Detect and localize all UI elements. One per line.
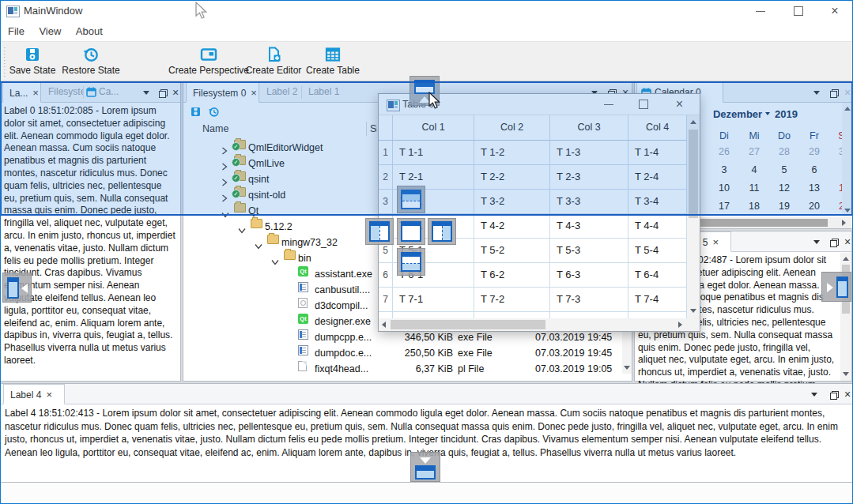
tab-label2[interactable]: Label 2 (260, 82, 301, 103)
scrollbar-thumb[interactable] (689, 130, 698, 218)
table-cell[interactable]: T 1-1 (393, 141, 474, 165)
panel-float-button[interactable] (826, 85, 840, 100)
calendar-date[interactable]: 29 (799, 143, 829, 161)
panel-close-button[interactable]: × (169, 85, 182, 100)
column-divider[interactable] (366, 122, 367, 136)
menu-about[interactable]: About (76, 22, 103, 41)
calendar-date[interactable]: 20 (799, 197, 829, 216)
scroll-left-icon[interactable] (382, 322, 386, 328)
save-icon[interactable] (190, 106, 202, 118)
tab-label0[interactable]: La...× (2, 82, 41, 103)
close-button[interactable]: × (661, 94, 698, 115)
scroll-up-icon[interactable] (844, 107, 851, 111)
menu-view[interactable]: View (39, 22, 61, 41)
tree-item[interactable]: dumpcpp.e...346,50 KiBexe File07.03.2019… (184, 329, 621, 345)
table-vscrollbar[interactable] (687, 115, 700, 318)
panel-menu-button[interactable] (810, 235, 824, 249)
scrollbar-thumb[interactable] (391, 320, 545, 329)
panel-menu-button[interactable] (810, 85, 824, 100)
toolbar-drag-handle[interactable] (3, 47, 6, 77)
maximize-button[interactable] (626, 94, 661, 115)
panel-menu-button[interactable] (139, 85, 153, 100)
calendar-date[interactable]: 5 (769, 161, 799, 179)
tree-item[interactable]: fixqt4head...6,37 KiBpl File07.03.2019 1… (184, 361, 621, 377)
table-cell[interactable]: T 1-2 (474, 141, 550, 165)
create-table-button[interactable]: Create Table (305, 43, 360, 81)
table-cell[interactable]: T 7-1 (393, 288, 474, 312)
table-cell[interactable]: T 6-2 (474, 263, 550, 288)
table-cell[interactable]: T 5-2 (474, 239, 550, 263)
tab-close-icon[interactable]: × (46, 389, 52, 401)
calendar-date[interactable]: 17 (709, 197, 739, 216)
table-cell[interactable]: T 8-3 (550, 312, 628, 318)
calendar-date[interactable]: 12 (769, 179, 799, 197)
calendar-date[interactable]: 11 (739, 179, 769, 197)
tree-item[interactable]: dumpdoc.e...250,50 KiBexe File07.03.2019… (184, 345, 621, 361)
tab-close-icon[interactable]: × (251, 87, 257, 99)
table-cell[interactable]: T 7-3 (550, 288, 628, 312)
table-cell[interactable]: T 5-3 (550, 239, 628, 263)
calendar-date[interactable]: 19 (769, 197, 799, 216)
drop-indicator-left-edge[interactable] (2, 273, 32, 303)
tab-close-icon[interactable]: × (32, 87, 39, 99)
table-cell[interactable]: T 1-4 (628, 141, 687, 165)
calendar-date[interactable]: 3 (709, 161, 739, 179)
table-cell[interactable]: T 3-4 (628, 190, 687, 214)
calendar-month[interactable]: Dezember (713, 108, 762, 120)
calendar-date[interactable]: 13 (799, 179, 829, 197)
scroll-down-icon[interactable] (690, 309, 696, 313)
panel-float-button[interactable] (826, 235, 840, 249)
panel-close-button[interactable]: × (841, 235, 853, 249)
tab-close-icon[interactable]: × (712, 236, 719, 248)
table-cell[interactable]: T 8-4 (628, 312, 687, 318)
create-editor-button[interactable]: Create Editor (245, 43, 302, 81)
maximize-button[interactable] (781, 0, 816, 22)
scroll-right-icon[interactable] (678, 322, 682, 328)
table-cell[interactable]: T 7-4 (628, 288, 687, 312)
calendar-date[interactable]: 4 (739, 161, 769, 179)
scroll-up-icon[interactable] (690, 120, 696, 124)
drop-indicator-split-right[interactable] (428, 218, 456, 245)
restore-state-button[interactable]: Restore State (60, 43, 122, 81)
minimize-button[interactable] (743, 0, 778, 22)
tab-filesystem0[interactable]: Filesystem 0× (186, 82, 259, 103)
table-cell[interactable]: T 1-3 (550, 141, 628, 165)
panel-menu-button[interactable] (807, 387, 821, 401)
scroll-up-icon[interactable] (843, 257, 849, 261)
tab-label4[interactable]: Label 4× (3, 384, 65, 404)
calendar-date[interactable]: 27 (739, 143, 769, 161)
table-cell[interactable]: T 4-2 (474, 214, 550, 239)
table-column-header[interactable]: Col 4 (628, 115, 687, 141)
table-cell[interactable]: T 4-4 (628, 214, 687, 239)
calendar-date[interactable]: 28 (769, 143, 799, 161)
calendar-date[interactable]: 10 (709, 179, 739, 197)
drop-indicator-right-edge[interactable] (821, 272, 851, 302)
calendar-date[interactable]: 6 (799, 161, 829, 179)
drop-indicator-center[interactable] (397, 218, 425, 245)
panel-float-button[interactable] (155, 85, 169, 100)
scroll-right-icon[interactable] (842, 220, 846, 226)
close-button[interactable]: × (817, 0, 852, 22)
calendar-date[interactable]: 18 (739, 197, 769, 216)
panel-close-button[interactable]: × (841, 387, 853, 401)
table-cell[interactable]: T 2-2 (474, 165, 550, 190)
table-column-header[interactable]: Col 1 (393, 115, 474, 141)
table-cell[interactable]: T 3-2 (474, 190, 550, 214)
table-cell[interactable]: T 5-4 (628, 239, 687, 263)
table-cell[interactable]: T 4-3 (550, 214, 628, 239)
drop-indicator-split-top[interactable] (397, 186, 425, 213)
table-hscrollbar[interactable] (379, 318, 687, 331)
table-cell[interactable]: T 6-4 (628, 263, 687, 288)
drop-indicator-bottom-edge[interactable] (410, 452, 440, 482)
table-cell[interactable]: T 8-1 (393, 312, 474, 318)
tab-filesystem1[interactable]: Filesyste... (42, 82, 83, 103)
minimize-button[interactable] (591, 94, 626, 115)
drop-indicator-split-bottom[interactable] (397, 248, 425, 276)
table-column-header[interactable]: Col 3 (550, 115, 628, 141)
drop-indicator-split-left[interactable] (365, 218, 394, 245)
table-cell[interactable]: T 6-3 (550, 263, 628, 288)
save-state-button[interactable]: Save State (6, 43, 59, 81)
table-cell[interactable]: T 7-2 (474, 288, 550, 312)
column-header-size[interactable]: Size (370, 121, 377, 137)
table-cell[interactable]: T 3-3 (550, 190, 628, 214)
